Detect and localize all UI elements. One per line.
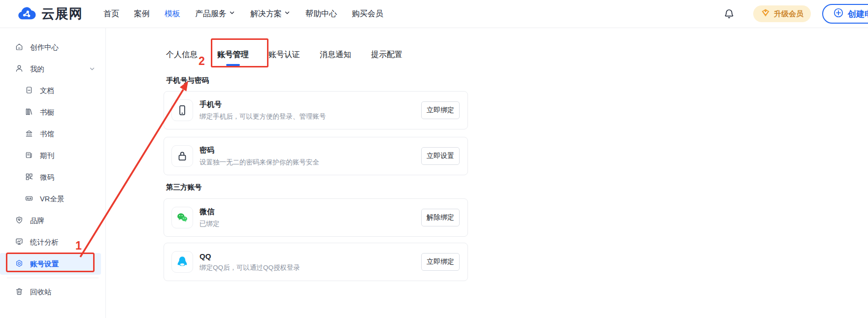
wechat-card: 微信 已绑定 解除绑定 [164, 198, 468, 237]
card-desc: 已绑定 [200, 220, 220, 228]
tab-account-management[interactable]: 账号管理 [217, 50, 249, 66]
bookshelf-icon [25, 107, 33, 118]
sidebar-item-account-settings[interactable]: 账号设置 [0, 253, 101, 275]
sidebar-item-micro-code[interactable]: 微码 [0, 166, 105, 188]
password-card: 密码 设置独一无二的密码来保护你的账号安全 立即设置 [164, 137, 468, 175]
top-bar: 云展网 首页 案例 模板 产品服务 解决方案 帮助中心 购买会员 升级会员 [0, 0, 868, 28]
sidebar-item-vr-panorama[interactable]: VR全景 [0, 188, 105, 210]
card-title: 微信 [200, 207, 220, 217]
settings-icon [15, 259, 24, 269]
sidebar-item-recycle-bin[interactable]: 回收站 [0, 281, 105, 303]
user-icon [15, 64, 24, 74]
chevron-down-icon [229, 9, 235, 18]
wechat-icon [171, 207, 193, 228]
analytics-icon [15, 237, 24, 248]
section-title-phone-password: 手机号与密码 [166, 76, 209, 85]
upgrade-membership-label: 升级会员 [774, 9, 803, 19]
plus-circle-icon [833, 7, 844, 21]
nav-item-buy-membership[interactable]: 购买会员 [352, 9, 383, 19]
library-icon [25, 129, 33, 139]
logo-text: 云展网 [41, 5, 83, 23]
tab-account-verification[interactable]: 账号认证 [268, 50, 300, 66]
tab-prompt-config[interactable]: 提示配置 [371, 50, 402, 66]
tab-message-notification[interactable]: 消息通知 [320, 50, 351, 66]
document-icon [25, 86, 33, 96]
chevron-down-icon [284, 9, 291, 18]
notification-bell-icon[interactable] [723, 8, 735, 20]
qq-card: QQ 绑定QQ后，可以通过QQ授权登录 立即绑定 [164, 243, 468, 281]
set-password-button[interactable]: 立即设置 [421, 147, 460, 165]
chevron-down-icon[interactable] [89, 65, 96, 74]
cloud-logo-icon [16, 4, 37, 23]
card-title: QQ [200, 252, 300, 260]
bind-phone-button[interactable]: 立即绑定 [421, 101, 460, 119]
tab-personal-info[interactable]: 个人信息 [166, 50, 198, 66]
sidebar-item-mine[interactable]: 我的 [0, 58, 105, 80]
brand-icon [15, 216, 24, 226]
upgrade-membership-button[interactable]: 升级会员 [753, 5, 811, 22]
create-ebook-button[interactable]: 创建电 [822, 4, 868, 24]
card-desc: 绑定手机后，可以更方便的登录、管理账号 [200, 112, 326, 121]
settings-tabs: 个人信息 账号管理 账号认证 消息通知 提示配置 [166, 50, 402, 66]
nav-item-products[interactable]: 产品服务 [195, 9, 235, 19]
section-title-third-party: 第三方账号 [166, 183, 202, 192]
nav-item-solutions[interactable]: 解决方案 [250, 9, 291, 19]
journal-icon [25, 151, 33, 161]
sidebar: 创作中心 我的 文档 书橱 书馆 期刊 微码 VR全景 品牌 统计分析 账号设置 [0, 28, 106, 318]
sidebar-item-documents[interactable]: 文档 [0, 80, 105, 101]
main-nav: 首页 案例 模板 产品服务 解决方案 帮助中心 购买会员 [103, 9, 383, 19]
sidebar-item-bookshelf[interactable]: 书橱 [0, 101, 105, 123]
nav-item-help-center[interactable]: 帮助中心 [305, 9, 337, 19]
creation-center-icon [15, 42, 24, 53]
vr-icon [25, 194, 33, 204]
logo[interactable]: 云展网 [16, 4, 83, 23]
card-desc: 设置独一无二的密码来保护你的账号安全 [200, 158, 319, 167]
sidebar-item-creation-center[interactable]: 创作中心 [0, 36, 105, 58]
vip-badge-icon [761, 8, 770, 20]
sidebar-item-brand[interactable]: 品牌 [0, 210, 105, 231]
phone-icon [171, 99, 193, 121]
sidebar-item-journal[interactable]: 期刊 [0, 145, 105, 166]
bind-qq-button[interactable]: 立即绑定 [421, 253, 460, 271]
active-tab-underline [226, 64, 240, 66]
nav-item-cases[interactable]: 案例 [134, 9, 150, 19]
unbind-wechat-button[interactable]: 解除绑定 [421, 209, 460, 226]
card-title: 手机号 [200, 100, 326, 109]
trash-icon [15, 287, 24, 297]
sidebar-item-analytics[interactable]: 统计分析 [0, 231, 105, 253]
lock-icon [171, 145, 193, 167]
create-ebook-label: 创建电 [848, 8, 868, 20]
qrcode-icon [25, 172, 33, 183]
main-content: 个人信息 账号管理 账号认证 消息通知 提示配置 手机号与密码 手机号 绑定手机… [106, 28, 868, 318]
card-desc: 绑定QQ后，可以通过QQ授权登录 [200, 263, 300, 272]
phone-card: 手机号 绑定手机后，可以更方便的登录、管理账号 立即绑定 [164, 91, 468, 129]
qq-icon [171, 251, 193, 273]
card-title: 密码 [200, 146, 319, 155]
sidebar-divider [7, 278, 99, 278]
nav-item-templates[interactable]: 模板 [165, 9, 180, 19]
nav-item-home[interactable]: 首页 [103, 9, 119, 19]
sidebar-item-library[interactable]: 书馆 [0, 123, 105, 145]
